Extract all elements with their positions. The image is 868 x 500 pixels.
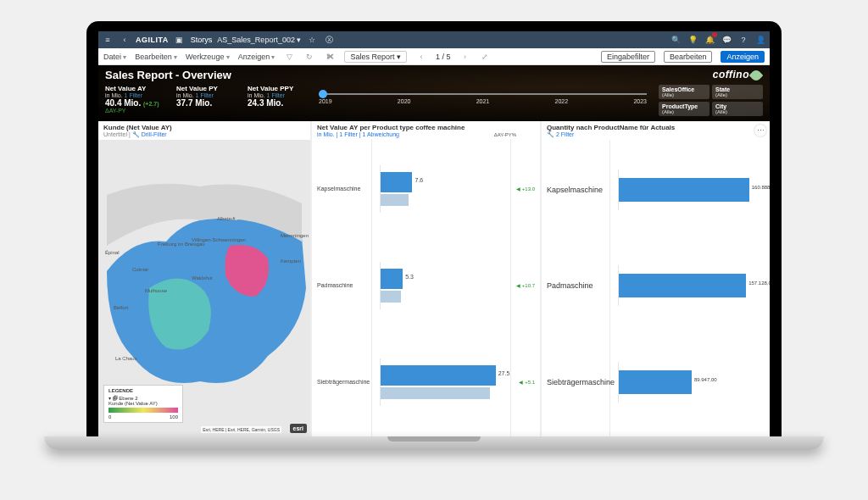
kpi-filter-link[interactable]: 1 Filter [267, 92, 285, 98]
notifications-icon[interactable]: 🔔 [704, 34, 715, 46]
chat-icon[interactable]: 💬 [721, 34, 732, 46]
svg-text:Villingen-Schwenningen: Villingen-Schwenningen [192, 237, 246, 242]
menubar: Datei Bearbeiten Werkzeuge Anzeigen ▽ ↻ … [98, 48, 770, 65]
back-icon[interactable]: ‹ [119, 34, 131, 46]
chart-row: Kapselmaschine160.888,00 [547, 142, 765, 238]
scissors-icon[interactable]: ✀ [324, 51, 336, 63]
svg-text:Albstadt: Albstadt [217, 216, 236, 221]
story-icon[interactable]: ▣ [174, 34, 186, 46]
lightbulb-icon[interactable]: 💡 [687, 34, 698, 46]
user-icon[interactable]: 👤 [754, 34, 766, 46]
delta-value: ◀ +10.7 [509, 282, 535, 288]
panel-netvalue-product: Net Value AY per Product type coffee mac… [312, 121, 540, 436]
bar-ay [381, 172, 412, 192]
panel-mid-title: Net Value AY per Product type coffee mac… [312, 121, 540, 131]
page-next-icon[interactable]: › [459, 51, 470, 63]
page-prev-icon[interactable]: ‹ [415, 51, 427, 63]
vendor-logo: AGILITA [136, 36, 169, 44]
bar-value: 5.3 [405, 274, 414, 280]
map-credits: Esri, HERE | Esri, HERE, Garmin, USGS [201, 426, 281, 433]
category-label: Kapselmaschine [317, 186, 376, 192]
kpi-net-value-ppy: Net Value PPY in Mio. 1 Filter 24.3 Mio. [248, 85, 307, 108]
fullscreen-icon[interactable]: ⤢ [479, 51, 491, 63]
page-selector[interactable]: Sales Report ▾ [344, 51, 407, 63]
chip-city[interactable]: City(Alle) [712, 102, 763, 116]
laptop-screen: ≡ ‹ AGILITA ▣ Storys AS_Sales_Report_002… [86, 21, 782, 436]
map-legend: LEGENDE ▾ 🗐 Ebene 2 Kunde (Net Value AY)… [103, 385, 183, 423]
close-circle-icon[interactable]: ⓧ [323, 34, 335, 46]
menu-view[interactable]: Anzeigen [238, 53, 275, 61]
menu-icon[interactable]: ≡ [102, 34, 114, 46]
menu-edit[interactable]: Bearbeiten [135, 53, 177, 61]
laptop-notch [387, 436, 481, 442]
esri-badge: esri [290, 424, 307, 433]
bar-area: 160.888,00 [618, 169, 765, 210]
chart-row: Padmaschine157.128,00 [547, 238, 765, 335]
category-label: Siebträgermaschine [547, 378, 615, 386]
laptop-base [44, 436, 824, 450]
bar-py [381, 194, 409, 206]
document-name[interactable]: AS_Sales_Report_002 ▾ [217, 36, 301, 44]
chart-netvalue[interactable]: ΔAY-PY% Kapselmaschine7.6◀ +13.0Padmasch… [312, 139, 540, 436]
bar-area: 89.947,00 [618, 362, 765, 403]
panel-mid-subtitle[interactable]: in Mio. | 1 Filter | 1 Abweichung [317, 131, 399, 137]
search-icon[interactable]: 🔍 [670, 34, 682, 46]
chart-row: Padmaschine5.3◀ +10.7 [317, 237, 535, 334]
panel-right-title: Quantity nach ProductName für Actuals [542, 121, 770, 131]
chip-salesoffice[interactable]: SalesOffice(Alle) [659, 85, 709, 99]
favorite-icon[interactable]: ☆ [306, 34, 318, 46]
report-header: coffino Sales Report - Overview Net Valu… [98, 65, 770, 121]
bar-area: 7.6 [380, 165, 506, 213]
content-grid: Kunde (Net Value AY) Untertitel | 🔧 Dril… [98, 121, 770, 436]
svg-text:Kempten: Kempten [281, 258, 301, 264]
delta-value: ◀ +13.0 [509, 186, 535, 192]
svg-text:La Chaux: La Chaux [115, 356, 137, 361]
kpi-filter-link[interactable]: 1 Filter [125, 92, 142, 98]
app-window: ≡ ‹ AGILITA ▣ Storys AS_Sales_Report_002… [98, 31, 770, 436]
bar-ay [381, 269, 403, 289]
filter-chips: SalesOffice(Alle) State(Alle) ProductTyp… [659, 85, 763, 116]
chart-row: Kapselmaschine7.6◀ +13.0 [317, 141, 535, 237]
edit-button[interactable]: Bearbeiten [664, 51, 713, 63]
panel-right-subtitle[interactable]: 2 Filter [556, 131, 574, 137]
laptop-frame: ≡ ‹ AGILITA ▣ Storys AS_Sales_Report_002… [44, 21, 824, 479]
panel-quantity-product: ⋯ Quantity nach ProductName für Actuals … [542, 121, 770, 436]
bar-py [381, 387, 490, 399]
panel-map-subtitle: Untertitel | 🔧 Drill-Filter [98, 131, 310, 140]
filter-icon[interactable]: ▽ [283, 51, 295, 63]
kpi-filter-link[interactable]: 1 Filter [196, 92, 214, 98]
geo-map[interactable]: Épinal Colmar Freiburg im Breisgau Mulho… [98, 140, 310, 436]
chip-state[interactable]: State(Alle) [712, 85, 763, 99]
category-label: Kapselmaschine [547, 186, 615, 194]
storys-label[interactable]: Storys [191, 36, 213, 44]
input-filter-button[interactable]: Eingabefilter [601, 51, 655, 63]
menu-tools[interactable]: Werkzeuge [186, 53, 230, 61]
bar-value: 27.5 [498, 370, 510, 376]
svg-text:Memmingen: Memmingen [281, 233, 309, 238]
panel-map: Kunde (Net Value AY) Untertitel | 🔧 Dril… [98, 121, 310, 436]
chip-producttype[interactable]: ProductType(Alle) [659, 102, 709, 116]
delta-header: ΔAY-PY% [494, 132, 516, 137]
year-timeline[interactable]: 2019 2020 2021 2022 2023 [319, 85, 647, 104]
svg-text:Mulhouse: Mulhouse [145, 288, 168, 293]
more-icon[interactable]: ⋯ [754, 125, 766, 136]
bar-area: 5.3 [380, 262, 506, 309]
chart-row: Siebträgermaschine89.947,00 [547, 334, 765, 431]
svg-text:Colmar: Colmar [132, 267, 148, 272]
refresh-icon[interactable]: ↻ [303, 51, 315, 63]
gradient-bar [108, 408, 178, 413]
bar [619, 178, 749, 202]
chart-row: Siebträgermaschine27.5◀ +5.1 [317, 334, 535, 431]
chart-quantity[interactable]: Kapselmaschine160.888,00Padmaschine157.1… [542, 140, 770, 436]
menu-file[interactable]: Datei [103, 53, 126, 61]
help-icon[interactable]: ? [737, 34, 749, 46]
bar-py [381, 291, 401, 303]
show-button[interactable]: Anzeigen [721, 51, 765, 63]
category-label: Siebträgermaschine [317, 379, 376, 385]
kpi-net-value-py: Net Value PY in Mio. 1 Filter 37.7 Mio. [176, 85, 236, 108]
svg-text:Belfort: Belfort [114, 305, 129, 310]
drill-filter-link[interactable]: Drill-Filter [142, 131, 167, 137]
bar-area: 27.5 [380, 358, 506, 406]
bar-ay [381, 365, 496, 386]
bar [619, 370, 692, 394]
